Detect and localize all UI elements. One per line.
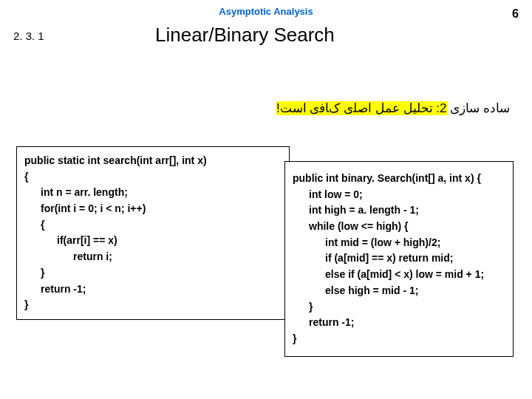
code-line: { (24, 169, 282, 185)
page-number: 6 (512, 7, 519, 21)
binary-search-code: public int binary. Search(int[] a, int x… (284, 161, 514, 357)
code-line: int mid = (low + high)/2; (293, 235, 505, 251)
section-number: 2. 3. 1 (13, 30, 44, 42)
code-line: int high = a. length - 1; (293, 202, 505, 219)
code-line: for(int i = 0; i < n; i++) (24, 201, 282, 217)
code-line: } (24, 265, 282, 282)
code-line: int n = arr. length; (24, 185, 282, 201)
code-line: public static int search(int arr[], int … (24, 153, 282, 169)
code-line: return i; (24, 249, 282, 265)
code-line: return -1; (24, 282, 282, 298)
persian-prefix: ﺳﺎﺩﻩ ﺳﺎﺯی (447, 101, 510, 115)
code-line: public int binary. Search(int[] a, int x… (293, 171, 505, 187)
code-line: while (low <= high) { (293, 219, 505, 235)
code-line: if (a[mid] == x) return mid; (293, 250, 505, 267)
code-line: if(arr[i] == x) (24, 233, 282, 249)
code-line: } (24, 297, 282, 313)
persian-highlight: 2: ﺗﺤﻠﻴﻞ ﻋﻤﻞ ﺍﺻﻠی کﺎﻓی ﺍﺳﺖ! (276, 101, 447, 115)
linear-search-code: public static int search(int arr[], int … (16, 146, 290, 320)
code-line: return -1; (293, 315, 505, 331)
code-line: else high = mid - 1; (293, 283, 505, 299)
code-line: { (24, 217, 282, 233)
code-line: } (293, 299, 505, 316)
slide-title: Linear/Binary Search (155, 24, 335, 47)
code-line: int low = 0; (293, 187, 505, 203)
topic-header: Asymptotic Analysis (0, 0, 532, 17)
persian-text: ﺳﺎﺩﻩ ﺳﺎﺯی 2: ﺗﺤﻠﻴﻞ ﻋﻤﻞ ﺍﺻﻠی کﺎﻓی ﺍﺳﺖ! (276, 100, 510, 116)
code-line: } (293, 331, 505, 347)
code-line: else if (a[mid] < x) low = mid + 1; (293, 267, 505, 283)
